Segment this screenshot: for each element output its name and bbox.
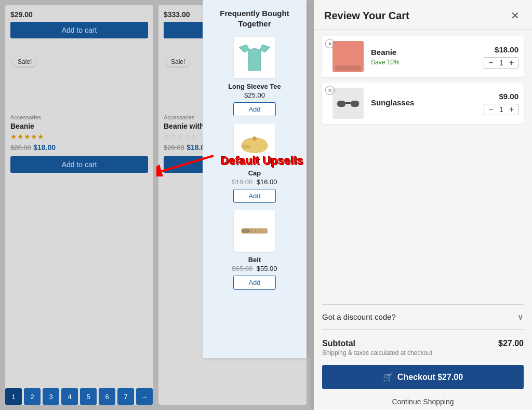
subtotal-label: Subtotal [322, 339, 355, 348]
cart-item-price-1: $9.00 [499, 92, 518, 101]
fbt-item-0: Long Sleeve Tee $25.00 Add [209, 37, 300, 116]
page-btn-7[interactable]: 7 [117, 388, 134, 405]
bg-sale-badge-2: Sale! [166, 57, 190, 66]
subtotal-note: Shipping & taxes calculated at checkout [322, 349, 524, 357]
belt-icon [239, 215, 270, 247]
svg-rect-12 [351, 101, 359, 107]
discount-code-section[interactable]: Got a discount code? ∨ [322, 304, 524, 330]
fbt-item-price-1: $18.00 $16.00 [232, 178, 277, 186]
fbt-add-btn-1[interactable]: Add [233, 189, 275, 203]
page-btn-6[interactable]: 6 [99, 388, 115, 405]
fbt-add-btn-0[interactable]: Add [233, 102, 275, 116]
cart-close-button[interactable]: ✕ [509, 9, 522, 22]
continue-shopping-button[interactable]: Continue Shopping [314, 393, 532, 410]
svg-rect-5 [248, 230, 250, 232]
bg-product-1: $29.00 Add to cart Sale! Accessories Bea… [5, 5, 153, 405]
cart-title: Review Your Cart [324, 10, 409, 22]
fbt-item-2: Belt $65.00 $55.00 Add [209, 210, 300, 290]
bg-sale-badge-1: Sale! [12, 57, 37, 66]
bg-add-to-cart-top-1[interactable]: Add to cart [10, 22, 148, 38]
cart-item-remove-1[interactable]: ✕ [325, 86, 335, 95]
cart-item-1: ✕ Sunglasses $9.00 − 1 + [322, 83, 524, 124]
svg-rect-11 [337, 101, 345, 107]
cart-item-remove-0[interactable]: ✕ [325, 39, 335, 48]
discount-chevron-icon: ∨ [517, 312, 524, 322]
fbt-item-name-2: Belt [248, 256, 261, 264]
bg-category-1: Accessories [10, 114, 148, 120]
cart-item-price-0: $18.00 [495, 45, 518, 54]
cart-item-save-0: Save 10% [371, 59, 484, 66]
default-upsells-label: Default Upsells [221, 154, 303, 168]
bg-price-old-1: $20.00 [10, 144, 31, 152]
checkout-label: Checkout $27.00 [397, 373, 463, 382]
pagination: 1 2 3 4 5 6 7 → [5, 388, 153, 405]
page-btn-2[interactable]: 2 [24, 388, 41, 405]
qty-control-0: − 1 + [484, 57, 518, 69]
subtotal-row: Subtotal $27.00 [322, 339, 524, 348]
cart-item-img-1 [332, 88, 364, 119]
svg-rect-13 [345, 102, 351, 104]
tshirt-icon [239, 42, 270, 73]
cart-item-price-qty-0: $18.00 − 1 + [484, 45, 518, 69]
page-btn-3[interactable]: 3 [43, 388, 59, 405]
page-btn-1[interactable]: 1 [5, 388, 22, 405]
bg-price-top-1: $29.00 [10, 10, 148, 19]
beanie-cart-icon [337, 45, 360, 68]
cart-item-0: ✕ Beanie Save 10% $18.00 − 1 + [322, 36, 524, 77]
bg-product-img-1 [10, 43, 148, 110]
subtotal-section: Subtotal $27.00 Shipping & taxes calcula… [314, 334, 532, 365]
fbt-img-2 [234, 210, 275, 252]
discount-label: Got a discount code? [322, 312, 396, 321]
cart-header: Review Your Cart ✕ [314, 0, 532, 30]
qty-decrease-0[interactable]: − [487, 59, 494, 67]
bg-price-new-1: $18.00 [33, 143, 56, 152]
cart-items-list: ✕ Beanie Save 10% $18.00 − 1 + ✕ [314, 30, 532, 304]
cart-item-name-0: Beanie [371, 48, 484, 57]
qty-value-1: 1 [498, 105, 505, 114]
svg-rect-4 [242, 229, 249, 233]
page-btn-5[interactable]: 5 [80, 388, 97, 405]
bg-product-name-1: Beanie [10, 122, 148, 130]
svg-rect-15 [358, 102, 360, 103]
fbt-item-price-2: $65.00 $55.00 [232, 265, 277, 272]
cart-item-img-0 [332, 41, 364, 72]
checkout-cart-icon: 🛒 [383, 372, 393, 382]
bg-stars-1: ★★★★★ [10, 132, 148, 141]
fbt-panel: Frequently Bought Together Long Sleeve T… [203, 0, 307, 358]
cart-item-details-0: Beanie Save 10% [371, 48, 484, 66]
svg-rect-14 [337, 102, 338, 103]
page-btn-4[interactable]: 4 [61, 388, 78, 405]
subtotal-value: $27.00 [498, 339, 524, 348]
qty-decrease-1[interactable]: − [487, 105, 494, 114]
cart-item-details-1: Sunglasses [371, 98, 484, 109]
bg-add-to-cart-1[interactable]: Add to cart [10, 156, 148, 173]
checkout-button[interactable]: 🛒 Checkout $27.00 [322, 365, 524, 389]
fbt-item-price-0: $25.00 [244, 91, 265, 99]
qty-control-1: − 1 + [484, 104, 518, 115]
qty-increase-0[interactable]: + [508, 59, 515, 67]
annotation-area: Default Upsells [156, 145, 303, 176]
page-btn-next[interactable]: → [136, 388, 153, 405]
fbt-title: Frequently Bought Together [209, 8, 300, 29]
svg-line-10 [162, 156, 214, 171]
sunglasses-icon [337, 98, 360, 109]
cart-item-price-qty-1: $9.00 − 1 + [484, 92, 518, 115]
qty-increase-1[interactable]: + [508, 105, 515, 114]
cart-item-name-1: Sunglasses [371, 98, 484, 107]
fbt-img-0 [234, 37, 275, 78]
cart-panel: Review Your Cart ✕ ✕ Beanie Save 10% $18… [314, 0, 532, 410]
qty-value-0: 1 [498, 59, 505, 67]
svg-point-2 [252, 136, 257, 141]
fbt-item-name-0: Long Sleeve Tee [228, 83, 281, 90]
fbt-add-btn-2[interactable]: Add [233, 276, 275, 290]
red-arrow-icon [156, 145, 219, 176]
